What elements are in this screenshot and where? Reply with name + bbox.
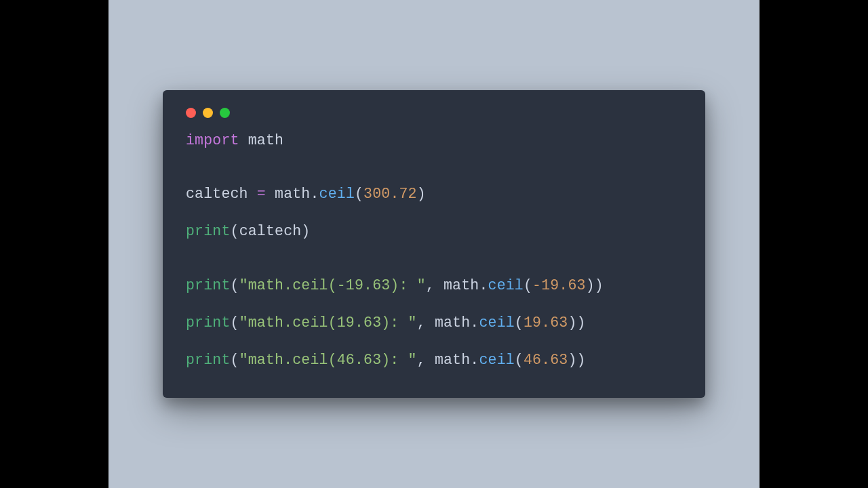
builtin-print: print bbox=[186, 352, 231, 368]
num-literal: -19.63 bbox=[532, 277, 586, 293]
var-name: caltech bbox=[186, 186, 248, 202]
minimize-icon[interactable] bbox=[203, 108, 213, 118]
method-ceil: ceil bbox=[479, 352, 514, 368]
string-literal: "math.ceil(46.63): " bbox=[239, 352, 417, 368]
code-line-print-0: print("math.ceil(-19.63): ", math.ceil(-… bbox=[186, 275, 682, 296]
builtin-print: print bbox=[186, 314, 231, 331]
num-literal: 19.63 bbox=[524, 314, 568, 331]
close-icon[interactable] bbox=[186, 108, 196, 118]
code-line-assign: caltech = math.ceil(300.72) bbox=[186, 184, 682, 205]
method-ceil: ceil bbox=[488, 277, 524, 293]
string-literal: "math.ceil(19.63): " bbox=[239, 314, 417, 331]
builtin-print: print bbox=[186, 277, 231, 293]
window-titlebar bbox=[186, 108, 682, 130]
num-literal: 300.72 bbox=[363, 186, 417, 202]
code-line-print-2: print("math.ceil(46.63): ", math.ceil(46… bbox=[186, 350, 682, 371]
method-ceil: ceil bbox=[319, 186, 355, 202]
code-line-print-var: print(caltech) bbox=[186, 221, 682, 242]
method-ceil: ceil bbox=[479, 314, 514, 331]
code-line-print-1: print("math.ceil(19.63): ", math.ceil(19… bbox=[186, 312, 682, 333]
stage-background: import math caltech = math.ceil(300.72) … bbox=[108, 0, 760, 488]
num-literal: 46.63 bbox=[524, 352, 568, 368]
obj-math: math bbox=[275, 186, 310, 202]
code-editor[interactable]: import math caltech = math.ceil(300.72) … bbox=[186, 130, 682, 371]
code-line-import: import math bbox=[186, 130, 682, 151]
equals-op: = bbox=[257, 186, 266, 202]
code-window: import math caltech = math.ceil(300.72) … bbox=[163, 90, 705, 398]
keyword-import: import bbox=[186, 132, 239, 148]
print-arg: caltech bbox=[239, 223, 302, 239]
maximize-icon[interactable] bbox=[220, 108, 230, 118]
module-name: math bbox=[248, 132, 283, 148]
builtin-print: print bbox=[186, 223, 231, 239]
string-literal: "math.ceil(-19.63): " bbox=[239, 277, 426, 293]
